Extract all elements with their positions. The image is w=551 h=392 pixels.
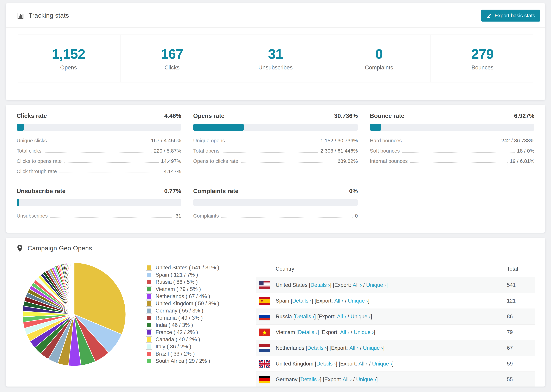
stat-box: 167 Clicks — [120, 35, 224, 82]
details-link[interactable]: Details › — [298, 329, 318, 335]
legend-item[interactable]: United States ( 541 / 31% ) — [146, 264, 242, 271]
table-row: United States [ Details › ] [Export: All… — [256, 277, 535, 293]
rate-headline-value: 4.46% — [164, 112, 181, 119]
legend-label: India ( 46 / 3% ) — [155, 322, 193, 328]
legend-item[interactable]: Netherlands ( 67 / 4% ) — [146, 293, 242, 300]
rate-rows: Unique opens 1,152 / 30.736% Total opens… — [193, 138, 358, 164]
metric-value: 0 — [355, 213, 358, 219]
export-unique-link[interactable]: Unique › — [356, 377, 376, 383]
rate-rows: Unsubscribes 31 — [17, 213, 181, 219]
dotted-leader — [402, 152, 515, 153]
export-unique-link[interactable]: Unique › — [366, 282, 386, 288]
metric-value: 14.497% — [161, 158, 181, 164]
legend-label: Italy ( 36 / 2% ) — [155, 343, 191, 350]
column-header-total: Total — [507, 266, 535, 272]
legend-swatch — [146, 315, 152, 321]
export-unique-link[interactable]: Unique › — [372, 361, 392, 367]
rate-headline-value: 0% — [349, 188, 358, 195]
details-link[interactable]: Details › — [311, 282, 330, 288]
legend-item[interactable]: Vietnam ( 79 / 5% ) — [146, 286, 242, 293]
legend-swatch — [146, 265, 152, 270]
stat-box: 31 Unsubscribes — [224, 35, 327, 82]
table-row: Netherlands [ Details › ] [Export: All ›… — [256, 340, 535, 356]
country-total: 541 — [507, 282, 535, 288]
legend-item[interactable]: Spain ( 121 / 7% ) — [146, 271, 242, 279]
table-row: Russia [ Details › ] [Export: All › / Un… — [256, 308, 535, 324]
details-link[interactable]: Details › — [316, 361, 336, 367]
export-unique-link[interactable]: Unique › — [351, 314, 371, 320]
legend-item[interactable]: South Africa ( 29 / 2% ) — [146, 357, 242, 365]
legend-item[interactable]: Brazil ( 33 / 2% ) — [146, 350, 242, 357]
legend-swatch — [146, 344, 152, 350]
details-link[interactable]: Details › — [300, 377, 320, 383]
progress-bar-fill — [370, 124, 381, 131]
legend-label: Spain ( 121 / 7% ) — [155, 272, 198, 278]
rate-headline-value: 0.77% — [164, 188, 181, 195]
rate-title: Unsubscribe rate — [17, 188, 65, 195]
export-all-link[interactable]: All › — [353, 282, 362, 288]
legend-item[interactable]: Russia ( 86 / 5% ) — [146, 279, 242, 286]
details-link[interactable]: Details › — [295, 314, 314, 320]
table-row: Vietnam [ Details › ] [Export: All › / U… — [256, 324, 535, 340]
legend-item[interactable]: United Kingdom ( 59 / 3% ) — [146, 300, 242, 307]
legend-label: Canada ( 40 / 2% ) — [155, 336, 200, 343]
export-all-link[interactable]: All › — [349, 345, 359, 351]
metric-value: 19 / 6.81% — [510, 158, 534, 164]
bar-chart-icon — [17, 12, 24, 19]
legend-item[interactable]: France ( 42 / 2% ) — [146, 329, 242, 336]
geo-pie-chart — [21, 261, 127, 367]
legend-swatch — [146, 287, 152, 292]
stat-label: Unsubscribes — [258, 64, 293, 71]
dotted-leader — [59, 173, 161, 173]
metric-value: 689.82% — [338, 158, 358, 164]
country-total: 59 — [507, 361, 535, 367]
details-link[interactable]: Details › — [292, 298, 312, 304]
metric-value: 31 — [176, 213, 181, 219]
legend-item[interactable]: India ( 46 / 3% ) — [146, 322, 242, 329]
legend-label: Brazil ( 33 / 2% ) — [155, 351, 195, 357]
details-link[interactable]: Details › — [307, 345, 327, 351]
legend-item[interactable]: Canada ( 40 / 2% ) — [146, 336, 242, 343]
export-basic-stats-button[interactable]: Export basic stats — [481, 10, 540, 21]
legend-item[interactable]: Germany ( 55 / 3% ) — [146, 307, 242, 314]
table-row: Germany [ Details › ] [Export: All › / U… — [256, 371, 535, 386]
stat-box: 1,152 Opens — [17, 35, 120, 82]
export-all-link[interactable]: All › — [340, 329, 349, 335]
country-flag-icon — [259, 313, 270, 320]
country-total: 86 — [507, 314, 535, 320]
legend-label: Vietnam ( 79 / 5% ) — [155, 286, 201, 292]
country-total: 67 — [507, 345, 535, 351]
legend-item[interactable]: Italy ( 36 / 2% ) — [146, 343, 242, 350]
export-all-link[interactable]: All › — [359, 361, 367, 367]
geo-content: United States ( 541 / 31% ) Spain ( 121 … — [6, 258, 545, 386]
country-name: United States — [276, 282, 308, 288]
rates-row-1: Clicks rate 4.46% Unique clicks 167 / 4.… — [17, 112, 534, 179]
progress-bar-fill — [17, 124, 24, 131]
legend-item[interactable]: Romania ( 49 / 3% ) — [146, 314, 242, 322]
export-all-link[interactable]: All › — [337, 314, 346, 320]
export-all-link[interactable]: All › — [343, 377, 352, 383]
export-unique-link[interactable]: Unique › — [363, 345, 383, 351]
metric-value: 167 / 4.456% — [151, 138, 181, 143]
legend-label: Russia ( 86 / 5% ) — [155, 279, 198, 285]
rate-rows: Unique clicks 167 / 4.456% Total clicks … — [17, 138, 181, 174]
country-flag-icon — [259, 297, 270, 305]
legend-label: France ( 42 / 2% ) — [155, 329, 198, 335]
dotted-leader — [410, 162, 508, 163]
country-flag-icon — [259, 281, 270, 289]
geo-table: Country Total United States [ Details › … — [256, 261, 535, 386]
stat-label: Complaints — [365, 64, 393, 71]
dotted-leader — [49, 142, 148, 142]
metric-row: Total clicks 220 / 5.87% — [17, 148, 181, 154]
stat-value: 279 — [471, 46, 494, 62]
geo-opens-card: Campaign Geo Opens United States ( 541 /… — [6, 238, 545, 386]
dotted-leader — [222, 152, 318, 153]
rate-block: Clicks rate 4.46% Unique clicks 167 / 4.… — [17, 112, 181, 179]
legend-label: United States ( 541 / 31% ) — [155, 265, 219, 271]
legend-swatch — [146, 329, 152, 335]
progress-bar — [193, 124, 358, 131]
metric-label: Unique opens — [193, 138, 225, 143]
export-all-link[interactable]: All › — [334, 298, 343, 304]
export-unique-link[interactable]: Unique › — [348, 298, 368, 304]
export-unique-link[interactable]: Unique › — [354, 329, 374, 335]
